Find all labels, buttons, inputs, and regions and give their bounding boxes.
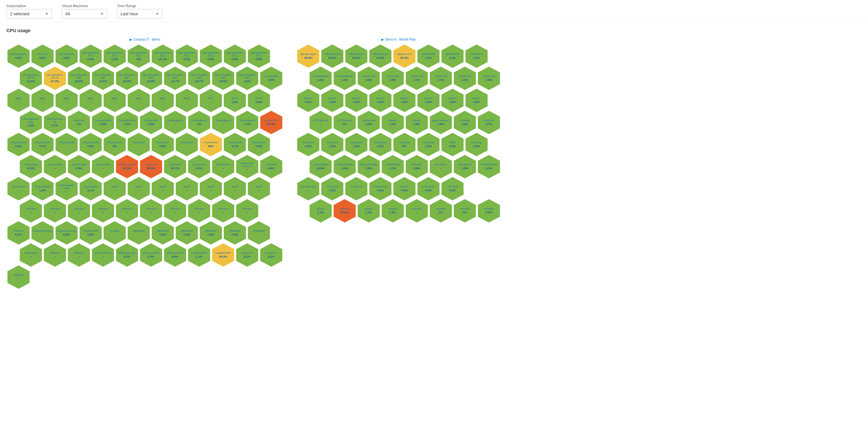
hex-cell[interactable]: ContosoSql65.9% <box>68 155 90 178</box>
hex-cell[interactable]: ContosoApp211% <box>188 111 210 134</box>
hex-cell[interactable]: LongarWorlD01.1% <box>188 243 210 267</box>
hex-cell[interactable]: ContosoFail10.5% <box>248 133 270 156</box>
hex-cell[interactable]: Marketing-copy4.2% <box>116 243 138 267</box>
hex-cell[interactable]: ContosoSql5– <box>44 155 66 178</box>
hex-cell[interactable]: vmmisc21.6% <box>382 199 404 222</box>
hex-cell[interactable]: Finance5– <box>212 199 234 222</box>
hex-cell[interactable]: sch-hub-hbody– <box>297 177 319 200</box>
hex-cell[interactable]: azVm10.8% <box>248 89 270 112</box>
hex-cell[interactable]: ContosoSql1ark38.3% <box>116 155 138 178</box>
hex-cell[interactable]: aks-agentpool-4BC110.1% <box>152 44 174 68</box>
hex-cell[interactable]: Contoso B52.1% <box>406 67 428 90</box>
hex-cell[interactable]: vmmisc3– <box>406 199 428 222</box>
hex-cell[interactable]: aks-agentpool-40T19.4% <box>80 44 102 68</box>
hex-cell[interactable]: HTTPBench11% <box>334 111 356 134</box>
hex-cell[interactable]: NorthLaunch026.6% <box>164 243 186 267</box>
hex-cell[interactable]: App7– <box>152 89 174 112</box>
hex-cell[interactable]: ContosoA4020– <box>56 133 78 156</box>
hex-cell[interactable]: Kartrover3.9% <box>454 111 476 134</box>
hex-cell[interactable]: aks-agentpool-60C14.5% <box>224 44 246 68</box>
hex-cell[interactable]: Marketing15.8% <box>152 221 174 245</box>
hex-cell[interactable]: PGFIN0(CPU0)4.1% <box>478 155 500 178</box>
hex-cell[interactable]: AzAI5– <box>224 177 246 200</box>
hex-cell[interactable]: KTable1Disk0.6% <box>369 177 392 200</box>
hex-cell[interactable]: maxwel1.2% <box>382 111 404 134</box>
hex-cell[interactable]: Contosov262.7% <box>164 155 186 178</box>
hex-cell[interactable]: aks-nodepool3-48C819.5% <box>212 67 234 90</box>
hex-cell[interactable]: DopyV52.3% <box>417 89 439 112</box>
hex-cell[interactable]: aks-nodepool3-J58S28.6% <box>68 67 90 90</box>
hex-cell[interactable]: App3– <box>56 89 78 112</box>
hex-cell[interactable]: TP-FinOS1– <box>345 177 367 200</box>
hex-cell[interactable]: HTTPBench0– <box>310 111 332 134</box>
hex-cell[interactable]: adfindev-dev213.6% <box>369 44 392 68</box>
hex-cell[interactable]: vmmisc11.2% <box>358 199 380 222</box>
hex-cell[interactable]: ContosoApp22– <box>212 111 234 134</box>
hex-cell[interactable]: Contoso B30.5% <box>358 67 380 90</box>
hex-cell[interactable]: aks-agentpool-40T7947.3% <box>44 67 66 90</box>
hex-cell[interactable]: Sysintern-S5.2% <box>236 243 258 267</box>
hex-cell[interactable]: LongarWorldO49.3% <box>212 243 234 267</box>
hex-cell[interactable]: ContosoFail00.7% <box>224 133 246 156</box>
hex-cell[interactable]: aks-agentpool-A8C19.1% <box>176 44 198 68</box>
hex-cell[interactable]: adfindev-dev018.4% <box>321 44 343 68</box>
hex-cell[interactable]: ContosoA20219.7% <box>32 133 54 156</box>
hex-cell[interactable]: vmmisc41% <box>430 199 452 222</box>
hex-cell[interactable]: aks-agentpool-14C15.3% <box>104 44 126 68</box>
hex-cell[interactable]: wintestvm09.4% <box>417 177 439 200</box>
subscription-dropdown[interactable]: 2 selected ▼ <box>6 9 52 19</box>
hex-cell[interactable]: Contoso B74.1% <box>454 67 476 90</box>
hex-cell[interactable]: DemoA2– <box>68 199 90 222</box>
hex-cell[interactable]: ContosoA20212.9% <box>7 133 30 156</box>
hex-cell[interactable]: AzAI2– <box>152 177 174 200</box>
hex-cell[interactable]: adfinvmX01.6% <box>466 44 488 68</box>
hex-cell[interactable]: Contoso B42.8% <box>382 67 404 90</box>
hex-cell[interactable]: winsrvh00.3% <box>393 177 415 200</box>
hex-cell[interactable]: labvm-dc3.5% <box>32 44 54 68</box>
hex-cell[interactable]: Contoso B61.1% <box>430 67 452 90</box>
hex-cell[interactable]: AzAI1– <box>128 177 150 200</box>
vm-dropdown[interactable]: All ▼ <box>62 9 107 19</box>
hex-cell[interactable]: adfindev-win762.6% <box>393 44 415 68</box>
hex-cell[interactable]: Marketing23.4% <box>176 221 198 245</box>
hex-cell[interactable]: ContosoDB0W1.8% <box>92 111 114 134</box>
hex-cell[interactable]: Chef-chef-rcvp-d03.7% <box>44 111 66 134</box>
hex-cell[interactable]: aks-nodepool3-48C115.4% <box>116 67 138 90</box>
hex-cell[interactable]: sMisc01.3% <box>310 199 332 222</box>
hex-cell[interactable]: Finance4– <box>188 199 210 222</box>
hex-cell[interactable]: Chef-automate-base2.4% <box>20 111 42 134</box>
hex-cell[interactable]: aks-agentpool-E1C16% <box>128 44 150 68</box>
hex-cell[interactable]: PerforSrv02.9% <box>297 133 319 156</box>
hex-cell[interactable]: ContosoBank21.2% <box>334 67 356 90</box>
hex-cell[interactable]: sdr-admin2.2% <box>417 133 439 156</box>
hex-cell[interactable]: Marketing44.9% <box>224 221 246 245</box>
hex-cell[interactable]: ContosoV310.2% <box>188 155 210 178</box>
hex-cell[interactable]: aks-nodepool3-48C92.2% <box>236 67 258 90</box>
hex-cell[interactable]: ContosoDB0W11.2% <box>116 111 138 134</box>
hex-cell[interactable]: Elasticsearch2– <box>92 243 114 267</box>
hex-cell[interactable]: App8– <box>176 89 198 112</box>
hex-cell[interactable]: region-demo-s-31.8% <box>430 111 452 134</box>
hex-cell[interactable]: GlobalTest20.2% <box>369 133 392 156</box>
hex-cell[interactable]: Scaleming-admin6.6% <box>56 221 78 245</box>
hex-cell[interactable]: App4– <box>80 89 102 112</box>
hex-cell[interactable]: Warnew0– <box>44 243 66 267</box>
hex-cell[interactable]: AzAI6– <box>248 177 270 200</box>
hex-cell[interactable]: adfindev-dev116.5% <box>345 44 367 68</box>
hex-cell[interactable]: Finance1– <box>116 199 138 222</box>
hex-cell[interactable]: PerforSrv11.5% <box>321 133 343 156</box>
hex-cell[interactable]: ContosoG2– <box>128 133 150 156</box>
hex-cell[interactable]: adfintestvm02.4% <box>441 44 464 68</box>
hex-cell[interactable]: DopyV33.1% <box>369 89 392 112</box>
hex-cell[interactable]: ContosoBank13.2% <box>310 67 332 90</box>
hex-cell[interactable]: aks-nodepool3-48C412.8% <box>140 67 162 90</box>
hex-cell[interactable]: Marketing0– <box>128 221 150 245</box>
hex-cell[interactable]: sdr-winmnt– <box>430 155 452 178</box>
hex-cell[interactable]: Warnew1– <box>68 243 90 267</box>
hex-cell[interactable]: KTable0Disk2.1% <box>382 155 404 178</box>
hex-cell[interactable]: aks-agentpool-60T12.8% <box>248 44 270 68</box>
hex-cell[interactable]: ContosoApp251.7% <box>236 111 258 134</box>
hex-cell[interactable]: DopyV02.1% <box>297 89 319 112</box>
hex-cell[interactable]: Finance0– <box>92 199 114 222</box>
hex-cell[interactable]: ContosoX4.8% <box>260 155 282 178</box>
